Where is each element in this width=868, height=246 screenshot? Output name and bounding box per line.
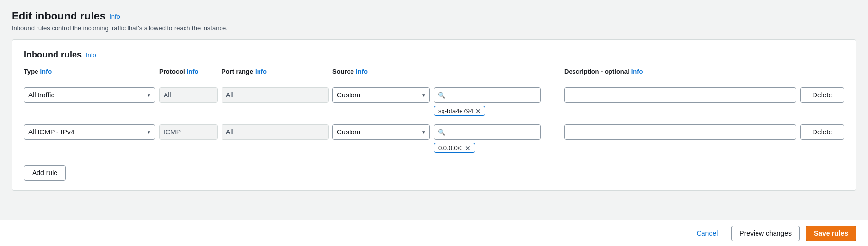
cancel-button[interactable]: Cancel xyxy=(689,226,726,241)
cell-description-1 xyxy=(564,87,796,103)
tag-chip-close-2[interactable]: ✕ xyxy=(465,145,471,151)
col-protocol-label: Protocol xyxy=(159,68,185,75)
source-select-1[interactable]: Custom Anywhere-IPv4 Anywhere-IPv6 My IP xyxy=(332,87,430,103)
col-source-label: Source xyxy=(332,68,354,75)
col-protocol-info[interactable]: Info xyxy=(187,68,199,75)
protocol-input-2 xyxy=(159,124,218,140)
tag-chip-label-1: sg-bfa4e794 xyxy=(438,107,473,114)
col-type-label: Type xyxy=(24,68,38,75)
page-container: Edit inbound rules Info Inbound rules co… xyxy=(0,0,868,191)
source-select-2[interactable]: Custom Anywhere-IPv4 Anywhere-IPv6 My IP xyxy=(332,124,430,140)
type-select-wrapper-2: All traffic All ICMP - IPv4 Custom TCP C… xyxy=(24,124,155,140)
col-header-source: Source Info xyxy=(332,68,430,75)
section-info-link[interactable]: Info xyxy=(86,51,96,58)
cell-type-1: All traffic All ICMP - IPv4 Custom TCP C… xyxy=(24,87,155,103)
cell-description-2 xyxy=(564,124,796,140)
col-header-type: Type Info xyxy=(24,68,155,75)
col-header-source-value xyxy=(434,68,560,75)
cell-port-2 xyxy=(222,124,329,140)
page-info-link[interactable]: Info xyxy=(110,13,120,20)
protocol-input-1 xyxy=(159,87,218,103)
section-title-row: Inbound rules Info xyxy=(24,50,844,60)
type-select-wrapper-1: All traffic All ICMP - IPv4 Custom TCP C… xyxy=(24,87,155,103)
cell-actions-2: Delete xyxy=(800,124,844,140)
cell-protocol-2 xyxy=(159,124,218,140)
tag-chip-1: sg-bfa4e794 ✕ xyxy=(434,106,485,116)
col-header-port-range: Port range Info xyxy=(222,68,329,75)
cell-source-type-1: Custom Anywhere-IPv4 Anywhere-IPv6 My IP… xyxy=(332,87,430,103)
description-input-1[interactable] xyxy=(564,87,796,103)
col-port-label: Port range xyxy=(222,68,253,75)
table-row: All traffic All ICMP - IPv4 Custom TCP C… xyxy=(24,83,844,120)
page-subtitle: Inbound rules control the incoming traff… xyxy=(12,24,856,32)
search-icon-1: 🔍 xyxy=(438,92,445,99)
section-title: Inbound rules xyxy=(24,50,82,60)
cell-source-type-2: Custom Anywhere-IPv4 Anywhere-IPv6 My IP… xyxy=(332,124,430,140)
source-select-wrapper-2: Custom Anywhere-IPv4 Anywhere-IPv6 My IP… xyxy=(332,124,430,140)
port-input-1 xyxy=(222,87,329,103)
source-search-1[interactable] xyxy=(434,87,541,103)
col-type-info[interactable]: Info xyxy=(40,68,52,75)
cell-port-1 xyxy=(222,87,329,103)
cell-actions-1: Delete xyxy=(800,87,844,103)
tag-chip-label-2: 0.0.0.0/0 xyxy=(438,144,463,151)
type-select-1[interactable]: All traffic All ICMP - IPv4 Custom TCP C… xyxy=(24,87,155,103)
search-wrapper-1: 🔍 xyxy=(434,87,560,103)
col-header-description: Description - optional Info xyxy=(564,68,796,75)
col-header-protocol: Protocol Info xyxy=(159,68,218,75)
source-search-2[interactable] xyxy=(434,124,541,140)
cell-protocol-1 xyxy=(159,87,218,103)
col-header-actions xyxy=(800,68,844,75)
delete-button-2[interactable]: Delete xyxy=(800,124,844,140)
description-input-2[interactable] xyxy=(564,124,796,140)
footer-bar: Cancel Preview changes Save rules xyxy=(0,220,868,246)
col-port-info[interactable]: Info xyxy=(255,68,267,75)
col-desc-info[interactable]: Info xyxy=(631,68,643,75)
search-icon-2: 🔍 xyxy=(438,129,445,136)
add-rule-button[interactable]: Add rule xyxy=(24,165,66,181)
type-select-2[interactable]: All traffic All ICMP - IPv4 Custom TCP C… xyxy=(24,124,155,140)
table-row: All traffic All ICMP - IPv4 Custom TCP C… xyxy=(24,120,844,157)
col-source-info[interactable]: Info xyxy=(356,68,368,75)
preview-changes-button[interactable]: Preview changes xyxy=(731,226,800,241)
cell-source-value-1: 🔍 sg-bfa4e794 ✕ xyxy=(434,87,560,116)
tag-chip-close-1[interactable]: ✕ xyxy=(475,108,481,114)
cell-type-2: All traffic All ICMP - IPv4 Custom TCP C… xyxy=(24,124,155,140)
tag-chip-2: 0.0.0.0/0 ✕ xyxy=(434,143,475,153)
search-wrapper-2: 🔍 xyxy=(434,124,560,140)
cell-source-value-2: 🔍 0.0.0.0/0 ✕ xyxy=(434,124,560,153)
col-desc-label: Description - optional xyxy=(564,68,629,75)
port-input-2 xyxy=(222,124,329,140)
page-title: Edit inbound rules xyxy=(12,10,106,22)
source-select-wrapper-1: Custom Anywhere-IPv4 Anywhere-IPv6 My IP… xyxy=(332,87,430,103)
table-header: Type Info Protocol Info Port range Info … xyxy=(24,68,844,79)
page-title-row: Edit inbound rules Info xyxy=(12,10,856,22)
delete-button-1[interactable]: Delete xyxy=(800,87,844,103)
inbound-rules-card: Inbound rules Info Type Info Protocol In… xyxy=(12,39,856,191)
save-rules-button[interactable]: Save rules xyxy=(806,226,856,241)
